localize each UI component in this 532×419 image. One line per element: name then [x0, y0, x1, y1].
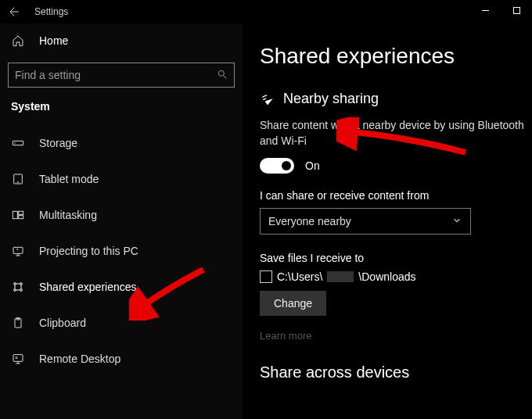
section-nearby-sharing-header: Nearby sharing	[260, 91, 524, 107]
tablet-icon	[11, 173, 25, 185]
nearby-sharing-icon	[260, 91, 277, 107]
save-path-row: C:\Users\ \Downloads	[260, 270, 524, 283]
svg-rect-18	[13, 355, 23, 362]
category-label: System	[0, 98, 243, 125]
storage-icon	[11, 137, 25, 149]
svg-rect-9	[19, 211, 23, 214]
sidebar-item-label: Tablet mode	[39, 173, 99, 185]
search-input[interactable]: Find a setting	[8, 63, 235, 88]
sidebar-item-label: Projecting to this PC	[39, 245, 138, 257]
home-icon	[11, 34, 25, 47]
remote-icon	[11, 353, 25, 365]
share-from-label: I can share or receive content from	[260, 189, 524, 202]
learn-more-link[interactable]: Learn more	[260, 330, 524, 342]
svg-rect-1	[513, 7, 519, 13]
titlebar: Settings	[0, 0, 532, 23]
project-icon	[11, 245, 25, 257]
save-path-suffix: \Downloads	[358, 270, 415, 283]
change-button[interactable]: Change	[260, 291, 326, 316]
svg-line-3	[224, 75, 227, 78]
toggle-knob	[282, 161, 291, 170]
minimize-button[interactable]	[469, 0, 501, 20]
sidebar-item-remote-desktop[interactable]: Remote Desktop	[0, 341, 243, 377]
sidebar-item-label: Storage	[39, 137, 77, 149]
sidebar-item-multitasking[interactable]: Multitasking	[0, 197, 243, 233]
sidebar-item-storage[interactable]: Storage	[0, 125, 243, 161]
back-arrow-icon	[7, 5, 20, 18]
svg-rect-10	[19, 216, 23, 219]
clipboard-icon	[11, 317, 25, 329]
minimize-icon	[481, 6, 490, 15]
multitask-icon	[11, 209, 25, 221]
toggle-state-label: On	[305, 159, 320, 172]
folder-path-icon	[260, 270, 272, 283]
shared-icon	[11, 281, 25, 293]
chevron-down-icon	[451, 215, 462, 228]
svg-point-15	[20, 289, 23, 292]
share-from-value: Everyone nearby	[268, 215, 351, 227]
maximize-button[interactable]	[501, 0, 532, 20]
sidebar-item-label: Multitasking	[39, 209, 97, 221]
svg-point-14	[14, 289, 16, 292]
share-from-dropdown[interactable]: Everyone nearby	[260, 208, 471, 235]
sidebar-item-shared-experiences[interactable]: Shared experiences	[0, 269, 243, 305]
save-path-prefix: C:\Users\	[277, 270, 322, 283]
content-pane: Shared experiences Nearby sharing Share …	[243, 23, 532, 419]
svg-point-12	[14, 283, 16, 285]
svg-point-5	[14, 142, 15, 143]
home-label: Home	[39, 34, 68, 47]
search-placeholder: Find a setting	[15, 69, 81, 81]
svg-point-13	[20, 283, 23, 285]
sidebar-item-clipboard[interactable]: Clipboard	[0, 305, 243, 341]
search-icon	[217, 69, 228, 82]
sidebar-item-projecting[interactable]: Projecting to this PC	[0, 233, 243, 269]
svg-point-2	[218, 70, 224, 76]
section-nearby-sharing-title: Nearby sharing	[283, 91, 379, 107]
maximize-icon	[512, 6, 521, 15]
section-share-across-devices-title: Share across devices	[260, 363, 524, 381]
back-button[interactable]	[0, 0, 27, 23]
nearby-sharing-toggle[interactable]	[260, 158, 294, 174]
save-path-redacted	[327, 271, 354, 282]
sidebar: Home Find a setting System Storage Ta	[0, 23, 243, 419]
nearby-sharing-desc: Share content with a nearby device by us…	[260, 118, 524, 149]
sidebar-item-label: Remote Desktop	[39, 353, 120, 365]
svg-rect-11	[13, 247, 23, 253]
home-nav[interactable]: Home	[0, 23, 243, 58]
sidebar-item-label: Shared experiences	[39, 281, 137, 293]
window-title: Settings	[34, 6, 68, 17]
sidebar-item-tablet-mode[interactable]: Tablet mode	[0, 161, 243, 197]
save-to-label: Save files I receive to	[260, 252, 524, 264]
svg-rect-8	[13, 211, 17, 218]
page-title: Shared experiences	[260, 44, 524, 69]
sidebar-item-label: Clipboard	[39, 317, 86, 329]
